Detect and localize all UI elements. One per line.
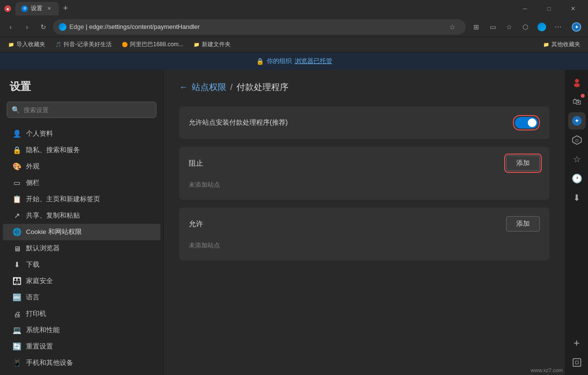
toggle-wrap [513, 115, 540, 130]
sidebar-item-start[interactable]: 📋 开始、主页和新建标签页 [3, 191, 160, 207]
sidebar-item-cookies[interactable]: 🌐 Cookie 和网站权限 [3, 224, 160, 240]
bookmark-new-folder[interactable]: 📁 新建文件夹 [189, 39, 235, 50]
edge-logo-icon [59, 23, 66, 31]
sidebar-item-share[interactable]: ↗ 共享、复制和粘贴 [3, 207, 160, 224]
sidebar-profile-icon[interactable] [568, 74, 586, 91]
settings-sidebar: 设置 🔍 👤 个人资料 🔒 隐私、搜索和服务 🎨 外观 ▭ 侧栏 📋 开始、主页… [0, 70, 164, 375]
douyin-icon: 🎵 [55, 41, 62, 48]
maximize-button[interactable]: □ [538, 0, 560, 17]
address-input-wrap[interactable]: Edge | edge://settings/content/paymentHa… [53, 19, 466, 35]
sidebar-copilot-icon[interactable]: ✦ [568, 112, 586, 129]
other-bookmarks[interactable]: 📁 其他收藏夹 [539, 39, 584, 50]
minimize-button[interactable]: ─ [514, 0, 536, 17]
sidebar-item-downloads[interactable]: ⬇ 下载 [3, 257, 160, 273]
family-nav-icon: 👨‍👩‍👧 [13, 277, 21, 285]
allow-title: 允许 [189, 220, 203, 229]
sidebar-item-family[interactable]: 👨‍👩‍👧 家庭安全 [3, 273, 160, 289]
sidebar-office-icon[interactable]: O [568, 131, 586, 149]
other-folder-icon: 📁 [543, 41, 549, 48]
new-tab-button[interactable]: + [59, 2, 72, 15]
sidebar-item-default-browser[interactable]: 🖥 默认浏览器 [3, 240, 160, 257]
split-view-icon[interactable]: ⊞ [469, 19, 484, 35]
more-menu-icon[interactable]: ⋯ [550, 19, 566, 35]
bookmark-douyin[interactable]: 🎵 抖音-记录美好生活 [51, 39, 116, 50]
allow-add-button[interactable]: 添加 [506, 216, 540, 232]
active-tab[interactable]: ⚙ 设置 ✕ [15, 2, 59, 15]
folder-icon: 📁 [193, 41, 200, 48]
sidebar-item-printer[interactable]: 🖨 打印机 [3, 306, 160, 322]
search-icon: 🔍 [12, 106, 20, 114]
downloads-nav-icon: ⬇ [13, 260, 21, 269]
window-controls: ─ □ ✕ [514, 0, 584, 17]
sidebar-item-appearance[interactable]: 🎨 外观 [3, 158, 160, 175]
right-edge-sidebar: 🛍 ✦ O ☆ 🕐 ⬇ + [565, 70, 588, 375]
star-icon[interactable]: ☆ [444, 19, 460, 35]
bookmark-douyin-label: 抖音-记录美好生活 [64, 40, 112, 49]
system-nav-icon: 💻 [13, 326, 21, 335]
toolbar-icons: ⊞ ▭ ☆ ⬡ ⋯ [469, 19, 566, 35]
forward-button[interactable]: › [20, 20, 34, 34]
alibaba-icon: 🟠 [121, 41, 128, 48]
sidebar-item-sidebar-label: 侧栏 [26, 179, 39, 187]
sidebar-download-icon[interactable]: ⬇ [568, 189, 586, 207]
bookmark-import[interactable]: 📁 导入收藏夹 [4, 39, 49, 50]
sidebar-item-family-label: 家庭安全 [26, 277, 53, 285]
start-nav-icon: 📋 [13, 195, 21, 204]
notif-link[interactable]: 浏览器已托管 [295, 57, 332, 65]
tab-bar: ⚙ 设置 ✕ + [15, 0, 510, 17]
sidebar-add-icon[interactable]: + [568, 335, 586, 352]
favorites-icon[interactable]: ☆ [501, 19, 517, 35]
collections-icon[interactable]: ⬡ [518, 19, 533, 35]
sidebar-expand-icon[interactable] [568, 354, 586, 371]
breadcrumb-parent[interactable]: 站点权限 [192, 81, 226, 93]
sidebar-item-sidebar[interactable]: ▭ 侧栏 [3, 175, 160, 191]
close-button[interactable]: ✕ [562, 0, 584, 17]
search-input[interactable] [7, 102, 157, 118]
privacy-nav-icon: 🔒 [13, 146, 21, 155]
sidebar-item-privacy[interactable]: 🔒 隐私、搜索和服务 [3, 142, 160, 158]
sidebar-item-language[interactable]: 🔤 语言 [3, 289, 160, 306]
payment-handler-toggle[interactable] [515, 117, 538, 129]
sidebar-bookmark-icon[interactable]: ☆ [568, 151, 586, 168]
sidebar-item-phone[interactable]: 📱 手机和其他设备 [3, 355, 160, 371]
tab-preview-icon[interactable]: ▭ [485, 19, 500, 35]
bookmarks-bar: 📁 导入收藏夹 🎵 抖音-记录美好生活 🟠 阿里巴巴1688.com... 📁 … [0, 37, 588, 52]
back-button[interactable]: ‹ [4, 20, 17, 34]
sidebar-item-profile[interactable]: 👤 个人资料 [3, 126, 160, 142]
svg-point-4 [575, 79, 579, 83]
breadcrumb-back-btn[interactable]: ← [179, 82, 188, 92]
tab-favicon: ⚙ [21, 5, 28, 12]
content-panel: ← 站点权限 / 付款处理程序 允许站点安装付款处理程序(推荐) 阻止 添加 [164, 70, 565, 375]
sidebar-item-profile-label: 个人资料 [26, 129, 53, 138]
app-icon: ● [4, 5, 12, 13]
svg-point-5 [574, 83, 580, 87]
bookmark-alibaba[interactable]: 🟠 阿里巴巴1688.com... [118, 39, 187, 50]
bag-badge [581, 94, 585, 98]
appearance-nav-icon: 🎨 [13, 162, 21, 171]
sidebar-history-icon[interactable]: 🕐 [568, 170, 586, 187]
block-title: 阻止 [189, 159, 203, 168]
edge-icon[interactable] [534, 19, 549, 35]
svg-text:O: O [575, 138, 578, 143]
search-wrap: 🔍 [7, 102, 157, 118]
bookmark-folder-icon: 📁 [8, 41, 14, 48]
sidebar-item-system-label: 系统和性能 [26, 326, 60, 335]
sidebar-bag-icon[interactable]: 🛍 [568, 93, 586, 110]
sidebar-item-accessibility[interactable]: ♿ 辅助功能 [3, 371, 160, 375]
tab-close-btn[interactable]: ✕ [45, 5, 53, 13]
url-path: edge://settings/content/paymentHandler [89, 23, 200, 30]
notif-text: 你的组织 [267, 57, 292, 65]
bookmark-alibaba-label: 阿里巴巴1688.com... [130, 40, 183, 49]
sidebar-item-system[interactable]: 💻 系统和性能 [3, 322, 160, 338]
sidebar-item-cookies-label: Cookie 和网站权限 [26, 228, 82, 236]
sidebar-item-phone-label: 手机和其他设备 [26, 359, 73, 367]
toggle-section: 允许站点安装付款处理程序(推荐) [179, 106, 549, 139]
address-bar: ‹ › ↻ Edge | edge://settings/content/pay… [0, 17, 588, 37]
sidebar-item-reset[interactable]: 🔄 重置设置 [3, 338, 160, 355]
toggle-row: 允许站点安装付款处理程序(推荐) [189, 115, 540, 130]
tab-label: 设置 [31, 4, 42, 13]
refresh-button[interactable]: ↻ [37, 20, 50, 34]
block-add-button[interactable]: 添加 [506, 155, 540, 171]
title-bar: ● ⚙ 设置 ✕ + ─ □ ✕ [0, 0, 588, 17]
copilot-sidebar-icon[interactable]: ✦ [569, 19, 584, 35]
